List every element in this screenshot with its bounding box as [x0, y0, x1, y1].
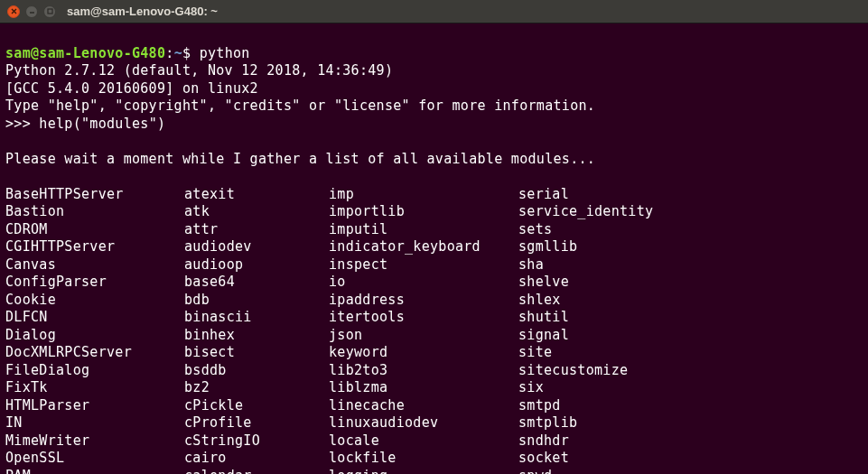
repl-prompt: >>>	[5, 116, 39, 132]
module-row: MimeWritercStringIOlocalesndhdr	[5, 432, 863, 451]
module-name: base64	[184, 274, 329, 292]
maximize-button[interactable]	[43, 5, 56, 18]
prompt-path: ~	[174, 45, 182, 61]
module-row: CGIHTTPServeraudiodevindicator_keyboards…	[5, 238, 863, 256]
module-name: shelve	[518, 274, 569, 292]
module-name: audioop	[184, 256, 329, 274]
module-name: sitecustomize	[518, 362, 628, 380]
module-row: CDROMattrimputilsets	[5, 221, 863, 239]
module-name: OpenSSL	[5, 450, 184, 468]
minimize-button[interactable]	[25, 5, 38, 18]
module-name: Bastion	[5, 203, 184, 221]
close-button[interactable]	[7, 5, 20, 18]
module-name: locale	[329, 432, 518, 451]
module-name: keyword	[329, 344, 518, 362]
module-name: shlex	[518, 292, 561, 310]
prompt-user-host: sam@sam-Lenovo-G480	[5, 45, 165, 61]
shell-command: python	[200, 45, 250, 61]
module-name: importlib	[329, 203, 518, 221]
module-row: INcProfilelinuxaudiodevsmtplib	[5, 414, 863, 432]
module-name: smtplib	[518, 414, 577, 432]
module-name: FileDialog	[5, 362, 184, 380]
module-name: BaseHTTPServer	[5, 186, 184, 204]
prompt-dollar: $	[182, 45, 200, 61]
repl-input: help("modules")	[39, 116, 165, 132]
window-title: sam@sam-Lenovo-G480: ~	[67, 5, 218, 18]
module-row: Cookiebdbipaddressshlex	[5, 292, 863, 310]
module-name: lib2to3	[329, 362, 518, 380]
module-row: Bastionatkimportlibservice_identity	[5, 203, 863, 221]
module-row: FileDialogbsddblib2to3sitecustomize	[5, 362, 863, 380]
module-name: cairo	[184, 450, 329, 468]
window-controls	[7, 5, 56, 18]
module-list: BaseHTTPServeratexitimpserialBastionatki…	[5, 186, 863, 475]
module-name: liblzma	[329, 379, 518, 397]
module-name: indicator_keyboard	[329, 238, 518, 256]
module-name: sndhdr	[518, 432, 569, 451]
module-name: shutil	[518, 309, 569, 327]
module-name: logging	[329, 468, 518, 475]
module-name: cStringIO	[184, 432, 329, 451]
module-name: bz2	[184, 379, 329, 397]
module-name: bsddb	[184, 362, 329, 380]
module-name: spwd	[518, 468, 552, 475]
module-name: inspect	[329, 256, 518, 274]
python-help-line: Type "help", "copyright", "credits" or "…	[5, 98, 595, 114]
module-row: DocXMLRPCServerbisectkeywordsite	[5, 344, 863, 362]
module-row: DLFCNbinasciiitertoolsshutil	[5, 309, 863, 327]
module-name: Canvas	[5, 256, 184, 274]
window-titlebar: sam@sam-Lenovo-G480: ~	[0, 0, 868, 23]
module-name: audiodev	[184, 238, 329, 256]
module-name: linecache	[329, 397, 518, 415]
module-name: atexit	[184, 186, 329, 204]
prompt-line: sam@sam-Lenovo-G480:~$ python	[5, 45, 250, 61]
module-name: linuxaudiodev	[329, 414, 518, 432]
module-row: Dialogbinhexjsonsignal	[5, 327, 863, 345]
module-name: CDROM	[5, 221, 184, 239]
module-name: service_identity	[518, 203, 653, 221]
module-name: atk	[184, 203, 329, 221]
module-row: PAMcalendarloggingspwd	[5, 468, 863, 475]
module-name: ConfigParser	[5, 274, 184, 292]
module-name: PAM	[5, 468, 184, 475]
module-name: itertools	[329, 309, 518, 327]
terminal-area[interactable]: sam@sam-Lenovo-G480:~$ python Python 2.7…	[0, 23, 868, 474]
module-row: HTMLParsercPicklelinecachesmtpd	[5, 397, 863, 415]
module-name: DLFCN	[5, 309, 184, 327]
module-name: DocXMLRPCServer	[5, 344, 184, 362]
module-row: OpenSSLcairolockfilesocket	[5, 450, 863, 468]
module-name: bdb	[184, 292, 329, 310]
module-name: Cookie	[5, 292, 184, 310]
svg-rect-0	[48, 9, 52, 14]
module-name: ipaddress	[329, 292, 518, 310]
module-name: site	[518, 344, 552, 362]
module-name: sha	[518, 256, 544, 274]
module-name: Dialog	[5, 327, 184, 345]
module-name: signal	[518, 327, 569, 345]
module-name: sets	[518, 221, 552, 239]
module-name: bisect	[184, 344, 329, 362]
module-name: lockfile	[329, 450, 518, 468]
module-name: binhex	[184, 327, 329, 345]
module-name: calendar	[184, 468, 329, 475]
module-row: BaseHTTPServeratexitimpserial	[5, 186, 863, 204]
module-name: attr	[184, 221, 329, 239]
repl-line: >>> help("modules")	[5, 116, 165, 132]
module-name: sgmllib	[518, 238, 577, 256]
module-name: imputil	[329, 221, 518, 239]
module-name: imp	[329, 186, 518, 204]
module-name: json	[329, 327, 518, 345]
module-name: MimeWriter	[5, 432, 184, 451]
module-name: io	[329, 274, 518, 292]
python-gcc-line: [GCC 5.4.0 20160609] on linux2	[5, 80, 258, 97]
module-row: ConfigParserbase64ioshelve	[5, 274, 863, 292]
module-row: FixTkbz2liblzmasix	[5, 379, 863, 397]
module-name: cPickle	[184, 397, 329, 415]
module-name: FixTk	[5, 379, 184, 397]
module-name: HTMLParser	[5, 397, 184, 415]
module-name: binascii	[184, 309, 329, 327]
module-name: six	[518, 379, 544, 397]
module-name: IN	[5, 414, 184, 432]
python-version-line: Python 2.7.12 (default, Nov 12 2018, 14:…	[5, 62, 393, 79]
module-name: CGIHTTPServer	[5, 238, 184, 256]
